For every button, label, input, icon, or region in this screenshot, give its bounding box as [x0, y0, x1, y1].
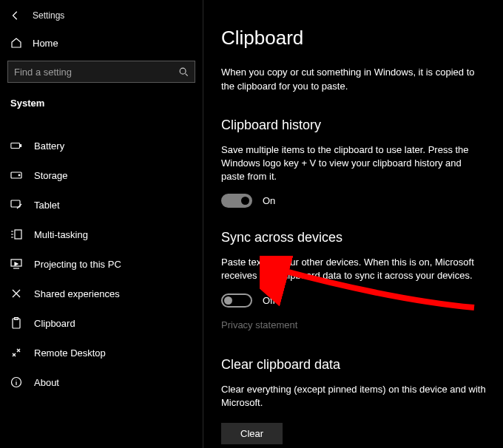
- sidebar-item-shared-experiences[interactable]: Shared experiences: [0, 279, 203, 308]
- sidebar-item-label: Projecting to this PC: [34, 259, 192, 270]
- clipboard-icon: [10, 317, 22, 329]
- sidebar-item-multitasking[interactable]: Multi-tasking: [0, 220, 203, 249]
- history-toggle-label: On: [263, 195, 275, 206]
- sidebar-item-label: Shared experiences: [34, 288, 192, 299]
- home-icon: [10, 37, 22, 49]
- home-nav[interactable]: Home: [0, 30, 203, 56]
- window-title-bar: Settings: [0, 6, 203, 30]
- history-toggle[interactable]: [221, 194, 252, 208]
- search-container: [0, 56, 203, 90]
- about-icon: [10, 376, 22, 388]
- sidebar-section-label: System: [0, 90, 203, 118]
- clear-desc: Clear everything (except pinned items) o…: [221, 383, 487, 410]
- page-intro: When you copy or cut something in Window…: [221, 66, 487, 94]
- sidebar-item-label: Storage: [34, 170, 192, 181]
- sidebar-item-battery[interactable]: Battery: [0, 131, 203, 160]
- section-sync: Sync across devices Paste text on your o…: [221, 230, 487, 330]
- sync-toggle[interactable]: [221, 293, 252, 308]
- svg-rect-1: [11, 143, 20, 148]
- sync-desc: Paste text on your other devices. When t…: [221, 256, 487, 282]
- sync-toggle-label: Off: [263, 295, 275, 306]
- sync-toggle-row: Off: [221, 293, 487, 308]
- sidebar-item-label: Battery: [34, 140, 192, 152]
- multitasking-icon: [10, 228, 22, 240]
- svg-point-4: [18, 174, 20, 176]
- svg-rect-6: [15, 230, 21, 239]
- history-desc: Save multiple items to the clipboard to …: [221, 143, 487, 184]
- sidebar-item-projecting[interactable]: Projecting to this PC: [0, 249, 203, 279]
- svg-rect-2: [20, 145, 21, 147]
- window-title: Settings: [33, 10, 64, 21]
- svg-point-0: [180, 68, 186, 74]
- home-label: Home: [33, 38, 58, 49]
- sidebar-item-storage[interactable]: Storage: [0, 160, 203, 190]
- battery-icon: [10, 140, 22, 152]
- privacy-statement-link[interactable]: Privacy statement: [221, 319, 297, 330]
- section-clipboard-history: Clipboard history Save multiple items to…: [221, 118, 487, 208]
- storage-icon: [10, 169, 22, 181]
- sidebar-item-label: Tablet: [34, 200, 192, 211]
- shared-experiences-icon: [10, 288, 22, 299]
- sidebar-nav: Battery Storage Tablet: [0, 131, 203, 397]
- sidebar-item-about[interactable]: About: [0, 367, 203, 397]
- search-input[interactable]: [14, 67, 178, 78]
- clear-button[interactable]: Clear: [221, 423, 283, 444]
- sidebar-item-label: Clipboard: [34, 318, 192, 329]
- clear-heading: Clear clipboard data: [221, 357, 487, 373]
- back-icon[interactable]: [10, 10, 21, 21]
- tablet-icon: [10, 199, 22, 211]
- projecting-icon: [10, 258, 22, 270]
- sidebar-item-label: Multi-tasking: [34, 229, 192, 240]
- page-title: Clipboard: [221, 27, 487, 50]
- sidebar-item-remote-desktop[interactable]: Remote Desktop: [0, 338, 203, 367]
- remote-desktop-icon: [10, 347, 22, 359]
- search-box[interactable]: [7, 61, 195, 83]
- sync-heading: Sync across devices: [221, 230, 487, 245]
- sidebar: Settings Home System Bat: [0, 0, 203, 448]
- main-content: Clipboard When you copy or cut something…: [203, 0, 503, 448]
- search-icon: [178, 67, 189, 77]
- history-heading: Clipboard history: [221, 118, 487, 133]
- sidebar-item-label: About: [34, 377, 192, 388]
- svg-rect-5: [11, 200, 20, 207]
- sidebar-item-tablet[interactable]: Tablet: [0, 190, 203, 220]
- sidebar-item-label: Remote Desktop: [34, 347, 192, 359]
- history-toggle-row: On: [221, 194, 487, 208]
- section-clear: Clear clipboard data Clear everything (e…: [221, 357, 487, 444]
- sidebar-item-clipboard[interactable]: Clipboard: [0, 308, 203, 338]
